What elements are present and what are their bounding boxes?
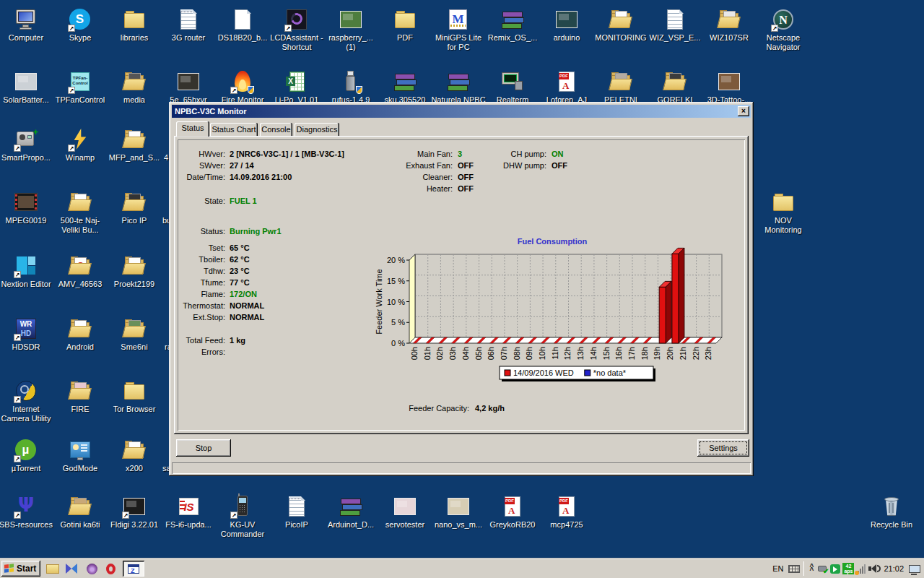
desktop-icon-fire[interactable]: FIRE <box>53 379 108 414</box>
tab-console[interactable]: Console <box>260 123 292 136</box>
keyboard-icon[interactable] <box>788 562 801 575</box>
shortcut-arrow-icon: ↗ <box>14 396 21 403</box>
desktop-icon-label: Fldigi 3.22.01 <box>107 520 162 530</box>
desktop-icon-ds18b20-b[interactable]: DS18B20_b... <box>215 7 270 43</box>
desktop-icon-sme6ni[interactable]: Sme6ni <box>107 316 162 352</box>
desktop-icon-tpfancontrol[interactable]: TPFan-Control↗TPFanControl <box>53 69 108 105</box>
desktop-icon-picoip[interactable]: PicoIP <box>269 494 324 530</box>
desktop-icon-5e-65hxvr[interactable]: 5e_65hxvr <box>161 69 216 105</box>
desktop-icon-peletni[interactable]: PELETNI <box>593 69 648 105</box>
gorelki-icon <box>663 69 687 94</box>
desktop-icon-lofgren-aj[interactable]: PDFALofgren_AJ <box>539 69 594 105</box>
desktop-icon-skype[interactable]: S↗Skype <box>53 7 108 43</box>
desktop-icon-arduinot-d[interactable]: Arduinot_D... <box>323 494 378 530</box>
field-value-ext-stop: NORMAL <box>230 313 264 322</box>
usb-device-icon[interactable]: ✔ <box>816 562 829 575</box>
task-npbc-v3c-monitor[interactable]: Z <box>123 561 144 577</box>
desktop-icon-servotester[interactable]: servotester <box>378 494 432 530</box>
desktop-icon-internet-camera-utility[interactable]: ↗Internet Camera Utility <box>0 379 53 423</box>
desktop-icon-monitoring[interactable]: MONITORING <box>593 7 648 43</box>
desktop-icon-mfp-and-s[interactable]: MFP_and_S... <box>107 127 162 163</box>
desktop-icon-nano-vs-m[interactable]: nano_vs_m... <box>431 494 486 530</box>
rufus-1-4-9-icon <box>339 69 363 94</box>
desktop-icon-pdf[interactable]: PDF <box>378 7 432 43</box>
desktop-icon-wiz107sr[interactable]: WIZ107SR <box>702 7 757 43</box>
desktop-icon-netscape-navigator[interactable]: N↗Netscape Navigator <box>756 7 811 52</box>
desktop-icon-remix-os[interactable]: Remix_OS_... <box>485 7 540 43</box>
desktop-icon-proekt2199[interactable]: Proekt2199 <box>107 254 162 289</box>
field-value-thermostat: NORMAL <box>230 301 264 310</box>
explorer-icon[interactable] <box>45 561 61 576</box>
wiz107sr-icon <box>717 7 741 32</box>
window-titlebar[interactable]: NPBC-V3C Monitor <box>172 105 751 118</box>
aps-badge-icon[interactable]: 42aps <box>842 562 855 575</box>
desktop-icon-arduino[interactable]: arduino <box>539 7 594 43</box>
desktop-icon-3d-tattoo[interactable]: 3D-Tattoo-... <box>702 69 757 105</box>
raspberry-1-icon <box>339 7 363 32</box>
settings-button[interactable]: Settings <box>697 439 749 457</box>
desktop-icon-winamp[interactable]: ↗Winamp <box>53 127 108 163</box>
volume-icon[interactable] <box>868 562 881 575</box>
desktop-icon-3g-router[interactable]: 3G router <box>161 7 216 43</box>
svg-text:Fuel Consumption: Fuel Consumption <box>518 237 588 246</box>
tor-browser-icon[interactable] <box>84 561 100 576</box>
desktop-icon-minigps-lite-for-pc[interactable]: MMiniGPS Lite for PC <box>431 7 486 52</box>
start-button[interactable]: Start <box>1 561 40 577</box>
desktop-icon-fs-i6-upda[interactable]: ISFS-i6-upda... <box>161 494 216 530</box>
desktop-icon-mpeg0019[interactable]: MPEG0019 <box>0 190 53 225</box>
desktop-icon-gorelki[interactable]: GORELKI <box>648 69 702 105</box>
desktop-icon-realterm[interactable]: Realterm <box>485 69 540 105</box>
show-desktop-icon[interactable] <box>908 562 921 575</box>
desktop-icon-libraries[interactable]: libraries <box>107 7 162 43</box>
desktop-icon-gotini-ka6ti[interactable]: Gotini ka6ti <box>53 494 108 530</box>
lcdassistant-shortcut-icon: ↗ <box>284 7 309 32</box>
desktop-icon-rufus-1-4-9[interactable]: rufus-1.4.9 <box>323 69 378 105</box>
desktop-icon-greykorb20[interactable]: PDFAGreykoRB20 <box>485 494 540 530</box>
tab-status[interactable]: Status <box>176 121 209 137</box>
close-icon[interactable]: × <box>738 106 749 116</box>
svg-text:00h: 00h <box>410 347 419 360</box>
winamp-icon: ↗ <box>68 127 92 152</box>
desktop-icon-solarbatter[interactable]: SolarBatter... <box>0 69 53 105</box>
desktop-icon-li-po-v1-01[interactable]: XLi-Po_V1.01 <box>269 69 324 105</box>
desktop-icon-wiz-vsp-e[interactable]: WIZ_VSP_E... <box>648 7 702 43</box>
desktop-icon-500-te-naj-veliki-bu[interactable]: 500-te Naj-Veliki Bu... <box>53 190 108 235</box>
desktop-icon-naturela-npbc[interactable]: Naturela NPBC <box>431 69 486 105</box>
desktop-icon-raspberry-1[interactable]: raspberry_... (1) <box>323 7 378 52</box>
desktop-icon-media[interactable]: media <box>107 69 162 105</box>
field-value-ch-pump: ON <box>552 150 564 158</box>
desktop-icon-amv-46563[interactable]: OAMV_46563 <box>53 254 108 289</box>
desktop-icon-kg-uv-commander[interactable]: ↗KG-UV Commander <box>215 494 270 539</box>
safely-remove-icon[interactable] <box>829 562 842 575</box>
signal-strength-icon[interactable] <box>855 562 868 575</box>
desktop-icon-x200[interactable]: x200 <box>107 438 162 473</box>
desktop-icon-godmode[interactable]: GodMode <box>53 438 108 473</box>
desktop-icon-sbs-resources[interactable]: Ψ↗SBS-resources <box>0 494 53 530</box>
desktop-icon-smartpropo[interactable]: +↗SmartPropo... <box>0 127 53 163</box>
desktop-icon-pico-ip[interactable]: Pico IP <box>107 190 162 225</box>
field-value-total-feed: 1 kg <box>230 336 245 345</box>
field-label-hwver: HWver: <box>173 150 225 158</box>
desktop-icon-fire-monitor[interactable]: ↗Fire Monitor <box>215 69 270 105</box>
desktop-icon-computer[interactable]: Computer <box>0 7 53 43</box>
desktop-icon-nextion-editor[interactable]: ↗Nextion Editor <box>0 254 53 289</box>
desktop-icon-torrent[interactable]: µ↗µTorrent <box>0 438 53 473</box>
collapse-chevron-icon[interactable]: ^^ <box>807 562 816 575</box>
svg-text:5 %: 5 % <box>391 318 405 327</box>
opera-icon[interactable] <box>103 561 118 576</box>
desktop-icon-label: Gotini ka6ti <box>53 520 108 530</box>
desktop-icon-hdsdr[interactable]: WRHD↗HDSDR <box>0 316 53 352</box>
media-player-classic-icon[interactable] <box>64 561 79 576</box>
language-indicator[interactable]: EN <box>772 564 783 573</box>
desktop-icon-sku-305520[interactable]: sku.305520 <box>378 69 432 105</box>
desktop-icon-nov-monitoring[interactable]: NOV Monitoring <box>756 190 811 235</box>
stop-button[interactable]: Stop <box>176 439 231 457</box>
desktop-icon-recycle-bin[interactable]: Recycle Bin <box>864 494 919 530</box>
desktop-icon-android[interactable]: Android <box>53 316 108 352</box>
tab-status-chart[interactable]: Status Chart <box>210 123 258 136</box>
desktop-icon-mcp4725[interactable]: PDFAmcp4725 <box>539 494 594 530</box>
tab-diagnostics[interactable]: Diagnostics <box>295 123 339 136</box>
desktop-icon-lcdassistant-shortcut[interactable]: ↗LCDAssistant - Shortcut <box>269 7 324 52</box>
desktop-icon-fldigi-3-22-01[interactable]: ↗Fldigi 3.22.01 <box>107 494 162 530</box>
desktop-icon-tor-browser[interactable]: Tor Browser <box>107 379 162 414</box>
